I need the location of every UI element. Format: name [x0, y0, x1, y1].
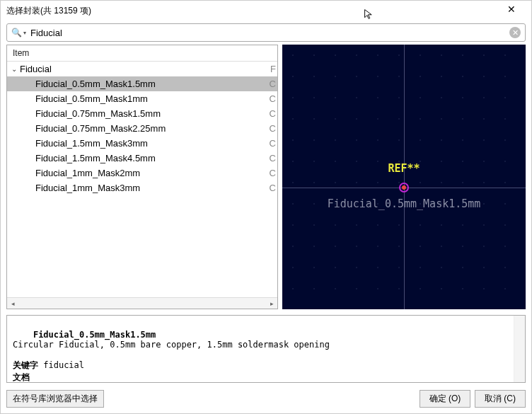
vertical-scrollbar[interactable] — [514, 316, 525, 382]
reference-label: REF** — [388, 162, 420, 175]
search-bar: 🔍 ▾ ✕ — [6, 23, 526, 42]
footprint-list-panel: Item ⌄ Fiducial F Fiducial_0.5mm_Mask1.5… — [6, 45, 278, 309]
list-body: ⌄ Fiducial F Fiducial_0.5mm_Mask1.5mm C … — [7, 62, 277, 297]
truncated-indicator: C — [270, 123, 276, 134]
desc-keywords-value: fiducial — [43, 360, 84, 370]
tree-group-fiducial[interactable]: ⌄ Fiducial F — [7, 62, 277, 76]
list-item[interactable]: Fiducial_0.75mm_Mask2.25mm C — [7, 121, 277, 136]
preview-panel[interactable]: REF** Fiducial_0.5mm_Mask1.5mm — [282, 45, 526, 309]
fiducial-pad-icon — [399, 183, 409, 192]
search-dropdown-icon[interactable]: ▾ — [23, 30, 26, 36]
close-button[interactable]: ✕ — [497, 4, 526, 18]
truncated-indicator: F — [270, 64, 276, 74]
scroll-track[interactable] — [18, 299, 266, 309]
footer: 在符号库浏览器中选择 确定 (O) 取消 (C) — [1, 386, 531, 413]
cancel-button[interactable]: 取消 (C) — [475, 390, 526, 408]
truncated-indicator: C — [270, 108, 276, 119]
truncated-indicator: C — [270, 138, 276, 149]
list-header: Item — [7, 45, 277, 62]
list-item[interactable]: Fiducial_1.5mm_Mask3mm C — [7, 136, 277, 151]
list-item[interactable]: Fiducial_0.5mm_Mask1.5mm C — [7, 76, 277, 91]
desc-body: Circular Fiducial, 0.5mm bare copper, 1.… — [13, 340, 330, 350]
desc-keywords-label: 关键字 — [13, 360, 38, 370]
list-item[interactable]: Fiducial_1.5mm_Mask4.5mm C — [7, 151, 277, 166]
truncated-indicator: C — [270, 168, 276, 178]
list-item[interactable]: Fiducial_1mm_Mask2mm C — [7, 166, 277, 180]
footprint-label: Fiducial_0.5mm_Mask1.5mm — [328, 197, 481, 210]
description-panel: Fiducial_0.5mm_Mask1.5mm Circular Fiduci… — [6, 315, 526, 383]
select-in-browser-button[interactable]: 在符号库浏览器中选择 — [6, 390, 104, 408]
list-item[interactable]: Fiducial_0.5mm_Mask1mm C — [7, 91, 277, 106]
desc-title: Fiducial_0.5mm_Mask1.5mm — [33, 330, 156, 340]
crosshair-vertical — [404, 45, 405, 309]
search-icon: 🔍 — [11, 28, 22, 38]
window-title: 选择封装(共 13159 项) — [6, 5, 91, 17]
ok-button[interactable]: 确定 (O) — [420, 390, 470, 408]
main-row: Item ⌄ Fiducial F Fiducial_0.5mm_Mask1.5… — [1, 45, 531, 312]
tree-group-label: Fiducial — [20, 64, 52, 74]
list-item[interactable]: Fiducial_0.75mm_Mask1.5mm C — [7, 106, 277, 121]
scroll-left-button[interactable]: ◂ — [7, 298, 18, 309]
truncated-indicator: C — [270, 93, 276, 104]
truncated-indicator: C — [270, 79, 276, 89]
horizontal-scrollbar[interactable]: ◂ ▸ — [7, 297, 277, 309]
mouse-cursor-icon — [364, 8, 375, 20]
chevron-down-icon: ⌄ — [11, 65, 20, 73]
search-input[interactable] — [30, 28, 509, 38]
truncated-indicator: C — [270, 153, 276, 163]
list-item[interactable]: Fiducial_1mm_Mask3mm C — [7, 180, 277, 195]
scroll-right-button[interactable]: ▸ — [266, 298, 277, 309]
desc-doc-label: 文档 — [13, 372, 30, 382]
clear-search-button[interactable]: ✕ — [509, 27, 521, 38]
list-header-item[interactable]: Item — [13, 48, 272, 58]
titlebar: 选择封装(共 13159 项) ✕ — [1, 1, 531, 21]
truncated-indicator: C — [270, 183, 276, 193]
